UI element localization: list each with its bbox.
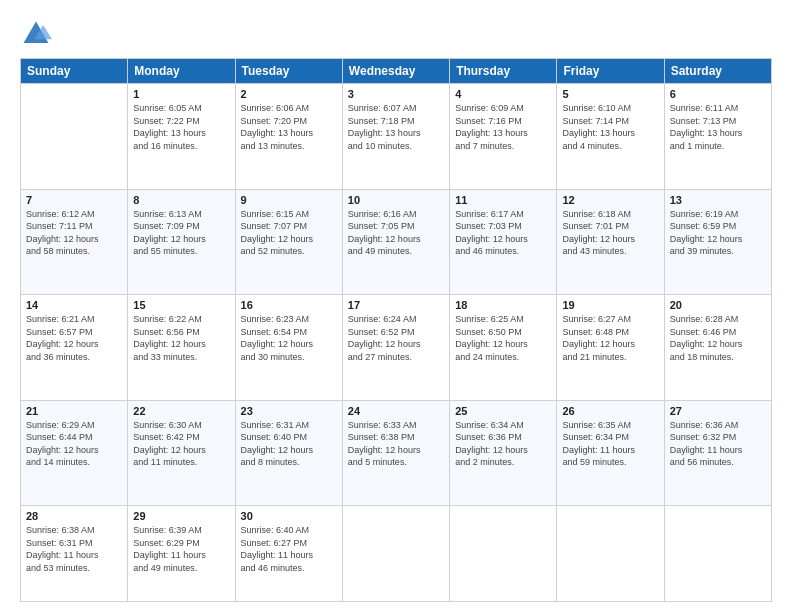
day-number: 11: [455, 194, 551, 206]
calendar-cell: 29Sunrise: 6:39 AM Sunset: 6:29 PM Dayli…: [128, 506, 235, 602]
day-info: Sunrise: 6:34 AM Sunset: 6:36 PM Dayligh…: [455, 419, 551, 469]
day-number: 6: [670, 88, 766, 100]
day-number: 28: [26, 510, 122, 522]
calendar-cell: 6Sunrise: 6:11 AM Sunset: 7:13 PM Daylig…: [664, 84, 771, 190]
calendar-table: SundayMondayTuesdayWednesdayThursdayFrid…: [20, 58, 772, 602]
day-info: Sunrise: 6:10 AM Sunset: 7:14 PM Dayligh…: [562, 102, 658, 152]
calendar-cell: 4Sunrise: 6:09 AM Sunset: 7:16 PM Daylig…: [450, 84, 557, 190]
logo: [20, 18, 56, 50]
day-number: 21: [26, 405, 122, 417]
calendar-cell: 27Sunrise: 6:36 AM Sunset: 6:32 PM Dayli…: [664, 400, 771, 506]
day-info: Sunrise: 6:06 AM Sunset: 7:20 PM Dayligh…: [241, 102, 337, 152]
day-number: 23: [241, 405, 337, 417]
weekday-header-monday: Monday: [128, 59, 235, 84]
calendar-cell: 2Sunrise: 6:06 AM Sunset: 7:20 PM Daylig…: [235, 84, 342, 190]
day-info: Sunrise: 6:25 AM Sunset: 6:50 PM Dayligh…: [455, 313, 551, 363]
weekday-header-wednesday: Wednesday: [342, 59, 449, 84]
calendar-cell: 10Sunrise: 6:16 AM Sunset: 7:05 PM Dayli…: [342, 189, 449, 295]
day-number: 9: [241, 194, 337, 206]
weekday-header-friday: Friday: [557, 59, 664, 84]
day-info: Sunrise: 6:12 AM Sunset: 7:11 PM Dayligh…: [26, 208, 122, 258]
day-info: Sunrise: 6:39 AM Sunset: 6:29 PM Dayligh…: [133, 524, 229, 574]
day-info: Sunrise: 6:40 AM Sunset: 6:27 PM Dayligh…: [241, 524, 337, 574]
day-number: 1: [133, 88, 229, 100]
day-info: Sunrise: 6:22 AM Sunset: 6:56 PM Dayligh…: [133, 313, 229, 363]
day-number: 22: [133, 405, 229, 417]
day-info: Sunrise: 6:23 AM Sunset: 6:54 PM Dayligh…: [241, 313, 337, 363]
day-number: 5: [562, 88, 658, 100]
calendar-cell: 19Sunrise: 6:27 AM Sunset: 6:48 PM Dayli…: [557, 295, 664, 401]
calendar-cell: 20Sunrise: 6:28 AM Sunset: 6:46 PM Dayli…: [664, 295, 771, 401]
calendar-cell: 25Sunrise: 6:34 AM Sunset: 6:36 PM Dayli…: [450, 400, 557, 506]
day-number: 8: [133, 194, 229, 206]
day-number: 24: [348, 405, 444, 417]
day-number: 10: [348, 194, 444, 206]
day-number: 20: [670, 299, 766, 311]
day-info: Sunrise: 6:15 AM Sunset: 7:07 PM Dayligh…: [241, 208, 337, 258]
day-number: 30: [241, 510, 337, 522]
calendar-cell: 23Sunrise: 6:31 AM Sunset: 6:40 PM Dayli…: [235, 400, 342, 506]
calendar-cell: 12Sunrise: 6:18 AM Sunset: 7:01 PM Dayli…: [557, 189, 664, 295]
weekday-header-thursday: Thursday: [450, 59, 557, 84]
calendar-cell: 18Sunrise: 6:25 AM Sunset: 6:50 PM Dayli…: [450, 295, 557, 401]
calendar-cell: 5Sunrise: 6:10 AM Sunset: 7:14 PM Daylig…: [557, 84, 664, 190]
day-number: 12: [562, 194, 658, 206]
weekday-header-saturday: Saturday: [664, 59, 771, 84]
day-info: Sunrise: 6:31 AM Sunset: 6:40 PM Dayligh…: [241, 419, 337, 469]
calendar-cell: 11Sunrise: 6:17 AM Sunset: 7:03 PM Dayli…: [450, 189, 557, 295]
calendar-cell: 22Sunrise: 6:30 AM Sunset: 6:42 PM Dayli…: [128, 400, 235, 506]
calendar-cell: [342, 506, 449, 602]
calendar-cell: 16Sunrise: 6:23 AM Sunset: 6:54 PM Dayli…: [235, 295, 342, 401]
calendar-cell: 24Sunrise: 6:33 AM Sunset: 6:38 PM Dayli…: [342, 400, 449, 506]
calendar-cell: 15Sunrise: 6:22 AM Sunset: 6:56 PM Dayli…: [128, 295, 235, 401]
calendar-cell: 26Sunrise: 6:35 AM Sunset: 6:34 PM Dayli…: [557, 400, 664, 506]
day-info: Sunrise: 6:13 AM Sunset: 7:09 PM Dayligh…: [133, 208, 229, 258]
day-info: Sunrise: 6:27 AM Sunset: 6:48 PM Dayligh…: [562, 313, 658, 363]
weekday-header-tuesday: Tuesday: [235, 59, 342, 84]
calendar-cell: [664, 506, 771, 602]
day-number: 16: [241, 299, 337, 311]
day-info: Sunrise: 6:11 AM Sunset: 7:13 PM Dayligh…: [670, 102, 766, 152]
day-info: Sunrise: 6:38 AM Sunset: 6:31 PM Dayligh…: [26, 524, 122, 574]
day-number: 3: [348, 88, 444, 100]
calendar-cell: [557, 506, 664, 602]
day-info: Sunrise: 6:35 AM Sunset: 6:34 PM Dayligh…: [562, 419, 658, 469]
day-number: 18: [455, 299, 551, 311]
calendar-cell: [450, 506, 557, 602]
weekday-header-sunday: Sunday: [21, 59, 128, 84]
day-number: 7: [26, 194, 122, 206]
calendar-cell: 7Sunrise: 6:12 AM Sunset: 7:11 PM Daylig…: [21, 189, 128, 295]
calendar-cell: 28Sunrise: 6:38 AM Sunset: 6:31 PM Dayli…: [21, 506, 128, 602]
day-info: Sunrise: 6:36 AM Sunset: 6:32 PM Dayligh…: [670, 419, 766, 469]
calendar-cell: 1Sunrise: 6:05 AM Sunset: 7:22 PM Daylig…: [128, 84, 235, 190]
day-number: 2: [241, 88, 337, 100]
day-info: Sunrise: 6:09 AM Sunset: 7:16 PM Dayligh…: [455, 102, 551, 152]
day-info: Sunrise: 6:17 AM Sunset: 7:03 PM Dayligh…: [455, 208, 551, 258]
day-number: 25: [455, 405, 551, 417]
calendar-cell: 21Sunrise: 6:29 AM Sunset: 6:44 PM Dayli…: [21, 400, 128, 506]
day-info: Sunrise: 6:05 AM Sunset: 7:22 PM Dayligh…: [133, 102, 229, 152]
day-info: Sunrise: 6:29 AM Sunset: 6:44 PM Dayligh…: [26, 419, 122, 469]
day-info: Sunrise: 6:19 AM Sunset: 6:59 PM Dayligh…: [670, 208, 766, 258]
day-info: Sunrise: 6:16 AM Sunset: 7:05 PM Dayligh…: [348, 208, 444, 258]
calendar-cell: 14Sunrise: 6:21 AM Sunset: 6:57 PM Dayli…: [21, 295, 128, 401]
day-number: 13: [670, 194, 766, 206]
day-info: Sunrise: 6:24 AM Sunset: 6:52 PM Dayligh…: [348, 313, 444, 363]
day-number: 4: [455, 88, 551, 100]
day-number: 19: [562, 299, 658, 311]
day-info: Sunrise: 6:07 AM Sunset: 7:18 PM Dayligh…: [348, 102, 444, 152]
calendar-cell: 8Sunrise: 6:13 AM Sunset: 7:09 PM Daylig…: [128, 189, 235, 295]
day-number: 29: [133, 510, 229, 522]
calendar-cell: 30Sunrise: 6:40 AM Sunset: 6:27 PM Dayli…: [235, 506, 342, 602]
day-number: 15: [133, 299, 229, 311]
day-number: 17: [348, 299, 444, 311]
day-info: Sunrise: 6:21 AM Sunset: 6:57 PM Dayligh…: [26, 313, 122, 363]
calendar-cell: [21, 84, 128, 190]
calendar-cell: 13Sunrise: 6:19 AM Sunset: 6:59 PM Dayli…: [664, 189, 771, 295]
day-number: 26: [562, 405, 658, 417]
calendar-cell: 9Sunrise: 6:15 AM Sunset: 7:07 PM Daylig…: [235, 189, 342, 295]
day-info: Sunrise: 6:18 AM Sunset: 7:01 PM Dayligh…: [562, 208, 658, 258]
calendar-cell: 17Sunrise: 6:24 AM Sunset: 6:52 PM Dayli…: [342, 295, 449, 401]
day-info: Sunrise: 6:28 AM Sunset: 6:46 PM Dayligh…: [670, 313, 766, 363]
calendar-cell: 3Sunrise: 6:07 AM Sunset: 7:18 PM Daylig…: [342, 84, 449, 190]
